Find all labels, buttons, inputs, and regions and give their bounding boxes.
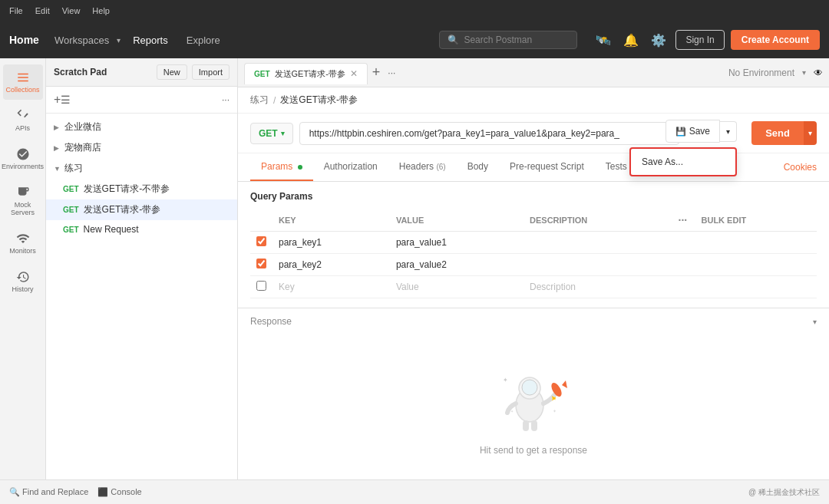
tab-pre-request-script[interactable]: Pre-request Script [499, 153, 595, 181]
tab-params-label: Params [261, 161, 292, 172]
nav-bar: Home Workspaces ▾ Reports Explore 🔍 🛰️ 🔔… [0, 21, 829, 58]
history-label: History [12, 285, 33, 293]
get-badge: GET [63, 206, 79, 214]
save-as-option[interactable]: Save As... [631, 149, 735, 175]
arrow-icon: ▶ [54, 124, 61, 131]
table-row-empty: Key Value Description [250, 276, 817, 298]
nav-actions: 🛰️ 🔔 ⚙️ Sign In Create Account [593, 30, 820, 51]
panel-header: + ☰ ··· [46, 87, 237, 114]
nav-workspaces-label[interactable]: Workspaces [48, 31, 115, 49]
response-header[interactable]: Response ▾ [238, 308, 829, 334]
find-replace-label: Find and Replace [22, 487, 88, 496]
request-with-params[interactable]: GET 发送GET请求-带参 [46, 199, 237, 220]
nav-home[interactable]: Home [9, 34, 39, 46]
response-body: ✦ ✦ ✦ Hit send to get a response [238, 334, 829, 479]
eye-icon[interactable]: 👁 [814, 68, 823, 78]
create-account-button[interactable]: Create Account [731, 30, 820, 50]
sidebar-item-collections[interactable]: Collections [3, 64, 43, 100]
row3-key-placeholder[interactable]: Key [272, 276, 390, 298]
tab-params[interactable]: Params [250, 153, 313, 181]
request-no-params[interactable]: GET 发送GET请求-不带参 [46, 179, 237, 199]
new-button[interactable]: New [157, 64, 187, 80]
panel-list-icon[interactable]: ☰ [61, 94, 71, 106]
folder-企业微信[interactable]: ▶ 企业微信 [46, 117, 237, 137]
new-tab-button[interactable]: + [369, 64, 384, 81]
astronaut-illustration: ✦ ✦ ✦ [487, 359, 580, 436]
menu-file[interactable]: File [9, 6, 23, 15]
nav-explore[interactable]: Explore [180, 31, 226, 49]
row3-value-placeholder[interactable]: Value [390, 276, 523, 298]
env-dropdown-icon[interactable]: ▾ [802, 68, 806, 77]
svg-rect-5 [531, 420, 537, 431]
breadcrumb-parent[interactable]: 练习 [250, 94, 269, 107]
sidebar-item-history[interactable]: History [3, 264, 43, 299]
collections-label: Collections [5, 86, 39, 94]
row1-value[interactable]: para_value1 [390, 232, 523, 254]
row1-description[interactable] [523, 232, 672, 254]
find-replace-btn[interactable]: 🔍 Find and Replace [9, 487, 88, 497]
row3-description-placeholder[interactable]: Description [523, 276, 672, 298]
folder-宠物商店[interactable]: ▶ 宠物商店 [46, 137, 237, 158]
panel-add-icon[interactable]: + [54, 93, 61, 107]
sidebar-item-mock-servers[interactable]: Mock Servers [3, 180, 43, 222]
params-table: KEY VALUE DESCRIPTION ··· Bulk Edit para… [250, 209, 817, 298]
search-input[interactable] [464, 35, 563, 45]
panel-more-icon[interactable]: ··· [222, 94, 230, 105]
method-label: GET [259, 128, 278, 139]
query-params-label: Query Params [250, 191, 817, 202]
sign-in-button[interactable]: Sign In [675, 30, 724, 50]
sidebar-item-environments[interactable]: Environments [3, 141, 43, 176]
row2-checkbox[interactable] [256, 259, 266, 268]
request-new[interactable]: GET New Request [46, 220, 237, 239]
tab-authorization[interactable]: Authorization [313, 153, 388, 181]
cookies-link[interactable]: Cookies [784, 162, 817, 173]
row3-checkbox[interactable] [256, 281, 266, 291]
tab-headers[interactable]: Headers (6) [388, 153, 457, 181]
nav-reports[interactable]: Reports [127, 31, 174, 49]
sidebar-item-apis[interactable]: APIs [3, 103, 43, 138]
get-badge: GET [63, 226, 79, 234]
monitors-label: Monitors [9, 247, 36, 255]
row2-description[interactable] [523, 254, 672, 276]
menu-help[interactable]: Help [92, 6, 110, 15]
row1-checkbox[interactable] [256, 236, 266, 246]
satellite-icon[interactable]: 🛰️ [593, 30, 614, 51]
bulk-edit-btn[interactable]: Bulk Edit [695, 209, 817, 232]
row1-key[interactable]: para_key1 [272, 232, 390, 254]
tab-auth-label: Authorization [324, 161, 378, 172]
method-selector[interactable]: GET ▾ [250, 123, 293, 144]
tab-close-icon[interactable]: ✕ [350, 68, 358, 79]
more-tabs-button[interactable]: ··· [385, 68, 398, 78]
menu-view[interactable]: View [62, 6, 81, 15]
svg-rect-4 [523, 420, 529, 431]
save-button[interactable]: 💾 Save [666, 120, 720, 143]
save-dropdown-toggle[interactable]: ▾ [720, 121, 737, 142]
console-label: Console [111, 487, 141, 496]
col-value: VALUE [390, 209, 523, 232]
watermark: @ 稀土掘金技术社区 [748, 487, 820, 498]
send-button[interactable]: Send [751, 121, 804, 145]
send-dropdown-button[interactable]: ▾ [804, 121, 817, 145]
collections-panel: Scratch Pad New Import + ☰ ··· ▶ 企业微信 ▶ … [46, 58, 238, 479]
row2-key[interactable]: para_key2 [272, 254, 390, 276]
console-btn[interactable]: ⬛ Console [97, 487, 141, 497]
bell-icon[interactable]: 🔔 [620, 30, 642, 51]
active-tab[interactable]: GET 发送GET请求-带参 ✕ [244, 63, 368, 84]
url-input[interactable] [299, 122, 680, 145]
no-environment-label[interactable]: No Environment [728, 68, 794, 78]
folder-label: 宠物商店 [64, 141, 230, 154]
row2-value[interactable]: para_value2 [390, 254, 523, 276]
search-icon: 🔍 [448, 35, 459, 45]
tab-body[interactable]: Body [457, 153, 499, 181]
svg-text:✦: ✦ [503, 377, 508, 384]
apis-label: APIs [15, 124, 30, 132]
menu-edit[interactable]: Edit [35, 6, 50, 15]
folder-练习[interactable]: ▼ 练习 [46, 158, 237, 179]
more-options-icon[interactable]: ··· [679, 214, 688, 226]
response-empty-message: Hit send to get a response [480, 445, 587, 456]
nav-workspaces[interactable]: Workspaces ▾ [48, 31, 121, 49]
sidebar-item-monitors[interactable]: Monitors [3, 226, 43, 261]
import-button[interactable]: Import [192, 64, 230, 80]
settings-icon[interactable]: ⚙️ [648, 30, 669, 51]
save-area: 💾 Save ▾ Save As... [666, 120, 737, 143]
